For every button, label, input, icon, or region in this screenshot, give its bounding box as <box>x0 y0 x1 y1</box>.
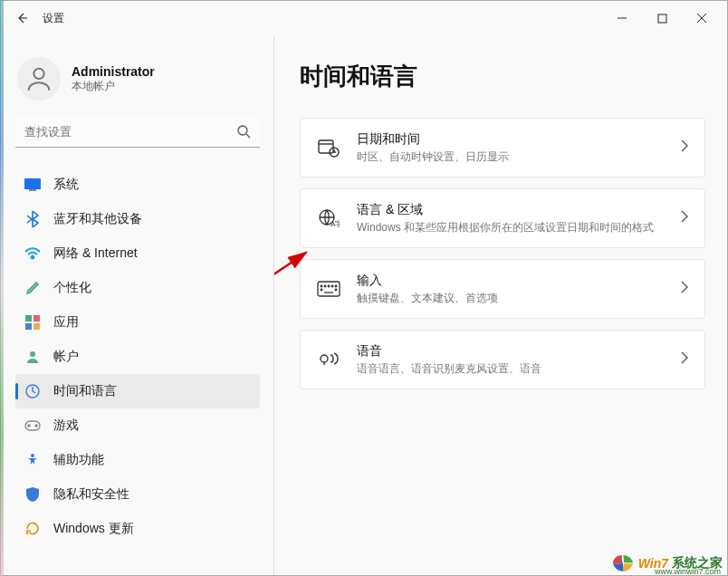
svg-rect-1 <box>658 14 666 23</box>
search-input[interactable] <box>15 117 260 148</box>
nav-list: 系统 蓝牙和其他设备 网络 & Internet 个性化 应用 <box>15 168 260 575</box>
sidebar-item-accessibility[interactable]: 辅助功能 <box>15 443 260 477</box>
user-name: Administrator <box>72 64 155 79</box>
sidebar-item-label: 时间和语言 <box>53 383 117 399</box>
svg-point-27 <box>324 285 326 287</box>
sidebar-item-system[interactable]: 系统 <box>15 168 260 202</box>
user-subtitle: 本地帐户 <box>72 79 155 94</box>
sidebar-item-windows-update[interactable]: Windows 更新 <box>15 512 260 546</box>
account-icon <box>24 349 41 365</box>
shield-icon <box>24 486 41 503</box>
svg-line-6 <box>246 134 250 138</box>
svg-point-5 <box>238 126 247 135</box>
svg-point-31 <box>321 289 322 291</box>
system-icon <box>24 177 41 193</box>
svg-rect-11 <box>34 315 40 322</box>
card-title: 语言 & 区域 <box>357 202 681 218</box>
svg-text:A字: A字 <box>330 220 340 228</box>
chevron-right-icon <box>681 210 688 226</box>
calendar-clock-icon <box>317 136 340 159</box>
watermark: Win7系统之家 www.winwin7.com <box>611 552 723 574</box>
sidebar-item-label: 网络 & Internet <box>53 245 138 262</box>
bluetooth-icon <box>24 211 41 227</box>
svg-point-4 <box>34 69 43 79</box>
card-date-time[interactable]: 日期和时间 时区、自动时钟设置、日历显示 <box>300 118 705 178</box>
update-icon <box>24 521 41 537</box>
card-desc: 触摸键盘、文本建议、首选项 <box>357 291 681 306</box>
windows-logo-icon <box>611 552 635 574</box>
card-desc: 语音语言、语音识别麦克风设置、语音 <box>357 361 681 377</box>
svg-point-17 <box>28 425 30 427</box>
back-button[interactable] <box>6 3 37 34</box>
sidebar-item-privacy[interactable]: 隐私和安全性 <box>15 477 260 512</box>
wifi-icon <box>24 245 41 262</box>
card-input[interactable]: 输入 触摸键盘、文本建议、首选项 <box>300 259 705 319</box>
svg-rect-13 <box>34 323 40 330</box>
close-button[interactable] <box>682 5 722 32</box>
card-desc: Windows 和某些应用根据你所在的区域设置日期和时间的格式 <box>357 220 681 235</box>
chevron-right-icon <box>681 351 688 368</box>
card-desc: 时区、自动时钟设置、日历显示 <box>357 149 681 165</box>
globe-language-icon: A字 <box>317 206 340 230</box>
accessibility-icon <box>24 452 41 468</box>
keyboard-icon <box>317 277 340 301</box>
minimize-button[interactable] <box>602 5 642 32</box>
svg-rect-20 <box>319 140 333 153</box>
titlebar: 设置 <box>1 1 727 35</box>
speech-icon <box>317 348 340 371</box>
avatar <box>17 57 61 101</box>
sidebar-item-personalization[interactable]: 个性化 <box>15 271 260 305</box>
sidebar-item-label: Windows 更新 <box>53 521 134 537</box>
svg-point-28 <box>328 285 330 287</box>
search-box[interactable] <box>15 117 260 148</box>
svg-point-30 <box>335 285 337 287</box>
maximize-button[interactable] <box>642 5 682 32</box>
page-title: 时间和语言 <box>300 61 705 92</box>
svg-rect-12 <box>25 323 32 330</box>
svg-point-14 <box>30 351 35 357</box>
user-icon <box>24 63 54 94</box>
sidebar-item-label: 帐户 <box>53 349 79 365</box>
card-language-region[interactable]: A字 语言 & 区域 Windows 和某些应用根据你所在的区域设置日期和时间的… <box>300 188 705 248</box>
svg-rect-8 <box>29 189 36 191</box>
chevron-right-icon <box>681 139 688 156</box>
svg-rect-7 <box>24 178 41 189</box>
sidebar-item-gaming[interactable]: 游戏 <box>15 408 260 443</box>
svg-point-19 <box>31 454 34 457</box>
sidebar-item-label: 应用 <box>53 314 79 331</box>
close-icon <box>696 13 707 24</box>
svg-point-18 <box>35 425 37 427</box>
svg-rect-10 <box>25 315 32 322</box>
sidebar-item-label: 蓝牙和其他设备 <box>53 211 142 227</box>
card-speech[interactable]: 语音 语音语言、语音识别麦克风设置、语音 <box>300 330 705 389</box>
sidebar-item-label: 系统 <box>53 177 79 193</box>
sidebar-item-label: 游戏 <box>53 418 79 434</box>
svg-point-29 <box>331 285 333 287</box>
card-title: 日期和时间 <box>357 131 681 148</box>
sidebar-item-network[interactable]: 网络 & Internet <box>15 236 260 271</box>
sidebar-item-bluetooth[interactable]: 蓝牙和其他设备 <box>15 202 260 236</box>
svg-point-26 <box>321 285 322 287</box>
sidebar-item-label: 隐私和安全性 <box>53 486 129 503</box>
maximize-icon <box>657 14 667 24</box>
user-profile[interactable]: Administrator 本地帐户 <box>17 57 260 101</box>
sidebar-item-apps[interactable]: 应用 <box>15 305 260 340</box>
chevron-right-icon <box>681 281 688 297</box>
sidebar: Administrator 本地帐户 系统 蓝牙和其他设备 <box>1 35 274 575</box>
svg-point-32 <box>335 289 337 291</box>
search-icon <box>236 124 251 142</box>
brush-icon <box>24 280 41 296</box>
card-title: 输入 <box>357 273 681 289</box>
svg-point-9 <box>32 256 34 259</box>
clock-globe-icon <box>24 383 41 399</box>
svg-point-34 <box>321 355 328 362</box>
card-title: 语音 <box>357 343 681 360</box>
sidebar-item-label: 个性化 <box>53 280 91 296</box>
minimize-icon <box>617 13 627 24</box>
sidebar-item-accounts[interactable]: 帐户 <box>15 340 260 374</box>
main-content: 时间和语言 日期和时间 时区、自动时钟设置、日历显示 A字 语言 & 区域 Wi… <box>274 35 727 575</box>
sidebar-item-label: 辅助功能 <box>53 452 104 468</box>
sidebar-item-time-language[interactable]: 时间和语言 <box>15 374 260 408</box>
apps-icon <box>24 314 41 331</box>
window-title: 设置 <box>43 11 64 26</box>
